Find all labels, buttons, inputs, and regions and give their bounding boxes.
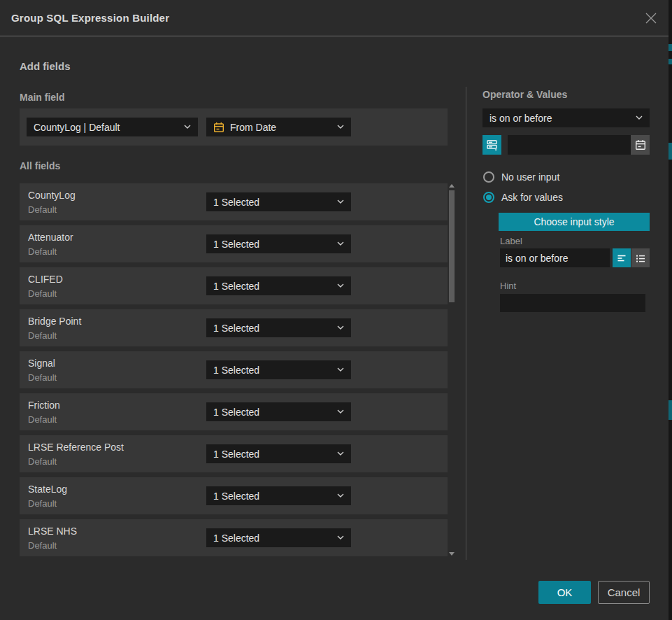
field-row: CountyLog Default 1 Selected (20, 183, 448, 220)
ok-button[interactable]: OK (538, 581, 591, 604)
field-row: CLIFED Default 1 Selected (20, 267, 448, 304)
all-fields-heading: All fields (20, 160, 60, 171)
all-fields-list: CountyLog Default 1 Selected Attenuator … (20, 183, 448, 561)
field-name: Attenuator (28, 232, 73, 243)
dialog-title: Group SQL Expression Builder (11, 12, 169, 24)
field-selected-value: 1 Selected (213, 491, 333, 502)
field-type: Default (28, 246, 57, 257)
group-sql-expression-builder-dialog: Group SQL Expression Builder Add fields … (0, 0, 669, 620)
chevron-down-icon (636, 115, 643, 120)
field-selected-value: 1 Selected (213, 449, 333, 460)
chevron-down-icon (337, 451, 344, 456)
field-selected-value: 1 Selected (213, 407, 333, 418)
layer-dropdown[interactable]: CountyLog | Default (27, 118, 198, 136)
radio-ask-for-values[interactable]: Ask for values (483, 192, 563, 203)
field-row: Attenuator Default 1 Selected (20, 225, 448, 262)
layer-dropdown-value: CountyLog | Default (34, 122, 180, 133)
chevron-down-icon (337, 125, 344, 129)
label-caption: Label (500, 236, 522, 246)
field-type: Default (28, 498, 57, 509)
operator-dropdown-value: is on or before (489, 113, 631, 124)
operator-values-heading: Operator & Values (482, 89, 567, 100)
field-type: Default (28, 414, 57, 425)
field-selected-value: 1 Selected (213, 533, 333, 544)
field-selected-dropdown[interactable]: 1 Selected (206, 360, 351, 379)
scrollbar-thumb[interactable] (449, 190, 455, 302)
field-type: Default (28, 540, 57, 551)
field-name: Friction (28, 400, 60, 411)
field-selected-dropdown[interactable]: 1 Selected (206, 402, 351, 421)
chevron-down-icon (337, 199, 344, 204)
field-row: StateLog Default 1 Selected (20, 477, 448, 514)
field-name: CountyLog (28, 190, 76, 201)
field-selected-dropdown[interactable]: 1 Selected (206, 486, 351, 505)
field-selected-dropdown[interactable]: 1 Selected (206, 192, 351, 211)
main-field-dropdown[interactable]: From Date (206, 118, 351, 136)
operator-dropdown[interactable]: is on or before (482, 108, 650, 127)
field-selected-value: 1 Selected (213, 323, 333, 334)
list-icon (635, 253, 646, 264)
field-row: Bridge Point Default 1 Selected (20, 309, 448, 346)
chevron-down-icon (337, 367, 344, 372)
panel-divider (466, 87, 466, 560)
close-icon (645, 12, 657, 24)
field-selected-value: 1 Selected (213, 281, 333, 292)
field-type: Default (28, 372, 57, 383)
label-input[interactable] (500, 248, 610, 267)
date-picker-button[interactable] (631, 135, 650, 155)
calendar-icon (213, 122, 224, 133)
main-field-heading: Main field (20, 92, 65, 103)
chevron-down-icon (337, 493, 344, 498)
field-row: Friction Default 1 Selected (20, 393, 448, 430)
value-input-type-button[interactable] (482, 135, 501, 155)
field-name: Bridge Point (28, 316, 81, 327)
background-fragment (669, 143, 672, 160)
radio-circle-icon (483, 171, 494, 183)
cancel-button[interactable]: Cancel (598, 581, 650, 604)
single-line-style-button[interactable] (613, 248, 631, 267)
chevron-down-icon (337, 535, 344, 540)
chevron-down-icon (184, 125, 191, 129)
field-type: Default (28, 330, 57, 341)
radio-ask-for-values-label: Ask for values (501, 192, 563, 203)
field-name: LRSE NHS (28, 526, 77, 537)
date-value-input[interactable] (508, 135, 631, 155)
stacked-values-icon (486, 139, 499, 151)
field-selected-dropdown[interactable]: 1 Selected (206, 234, 351, 253)
field-type: Default (28, 204, 57, 215)
field-row: LRSE NHS Default 1 Selected (20, 519, 448, 556)
list-style-button[interactable] (631, 248, 650, 267)
choose-input-style-button[interactable]: Choose input style (499, 213, 650, 231)
field-row: LRSE Reference Post Default 1 Selected (20, 435, 448, 472)
add-fields-heading: Add fields (20, 60, 71, 72)
chevron-down-icon (337, 283, 344, 288)
field-selected-dropdown[interactable]: 1 Selected (206, 528, 351, 547)
radio-no-user-input-label: No user input (501, 171, 559, 183)
field-name: Signal (28, 358, 55, 369)
chevron-down-icon (337, 241, 344, 246)
field-row: Signal Default 1 Selected (20, 351, 448, 388)
background-fragment (669, 400, 672, 420)
background-fragment (669, 44, 672, 51)
hint-input[interactable] (500, 294, 645, 312)
scroll-down-arrow-icon[interactable] (449, 552, 455, 556)
field-selected-dropdown[interactable]: 1 Selected (206, 444, 351, 463)
field-selected-value: 1 Selected (213, 365, 333, 376)
field-selected-value: 1 Selected (213, 197, 333, 208)
field-name: LRSE Reference Post (28, 442, 124, 453)
close-button[interactable] (643, 10, 659, 26)
align-left-icon (616, 253, 627, 264)
field-selected-dropdown[interactable]: 1 Selected (206, 276, 351, 295)
chevron-down-icon (337, 409, 344, 414)
main-field-panel: CountyLog | Default From Date (20, 108, 448, 146)
main-field-dropdown-value: From Date (230, 122, 333, 133)
chevron-down-icon (337, 325, 344, 330)
background-fragment (669, 59, 672, 64)
title-bar: Group SQL Expression Builder (0, 0, 669, 36)
fields-list-scrollbar[interactable] (448, 181, 455, 560)
radio-no-user-input[interactable]: No user input (483, 171, 559, 183)
field-selected-dropdown[interactable]: 1 Selected (206, 318, 351, 337)
scroll-up-arrow-icon[interactable] (449, 184, 455, 188)
hint-caption: Hint (500, 281, 516, 291)
field-selected-value: 1 Selected (213, 239, 333, 250)
